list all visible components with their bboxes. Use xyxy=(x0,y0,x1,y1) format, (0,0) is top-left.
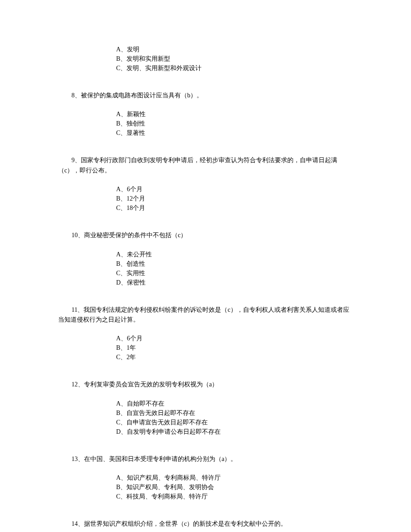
option-c: C、发明、实用新型和外观设计 xyxy=(116,63,353,73)
option-b: B、知识产权局、专利局、发明协会 xyxy=(116,482,353,492)
question-12-options: A、自始即不存在 B、自宣告无效日起即不存在 C、自申请宣告无效日起即不存在 D… xyxy=(116,399,353,436)
option-d: D、保密性 xyxy=(116,278,353,287)
option-b: B、12个月 xyxy=(116,194,353,203)
question-11: 11、我国专利法规定的专利侵权纠纷案件的诉讼时效是（c），自专利权人或者利害关系… xyxy=(58,305,353,325)
option-b: B、独创性 xyxy=(116,119,353,128)
option-a: A、发明 xyxy=(116,45,353,54)
option-a: A、6个月 xyxy=(116,184,353,194)
question-8-options: A、新颖性 B、独创性 C、显著性 xyxy=(116,109,353,138)
question-11-options: A、6个月 B、1年 C、2年 xyxy=(116,334,353,362)
option-a: A、6个月 xyxy=(116,334,353,343)
question-13: 13、在中国、美国和日本受理专利申请的机构分别为（a）。 xyxy=(71,454,353,464)
option-c: C、2年 xyxy=(116,352,353,362)
question-10: 10、商业秘密受保护的条件中不包括（c） xyxy=(71,230,353,240)
option-b: B、自宣告无效日起即不存在 xyxy=(116,408,353,418)
question-9: 9、国家专利行政部门自收到发明专利申请后，经初步审查认为符合专利法要求的，自申请… xyxy=(58,155,353,176)
option-c: C、18个月 xyxy=(116,203,353,213)
question-10-options: A、未公开性 B、创造性 C、实用性 D、保密性 xyxy=(116,250,353,287)
question-7-options: A、发明 B、发明和实用新型 C、发明、实用新型和外观设计 xyxy=(116,45,353,73)
question-13-options: A、知识产权局、专利商标局、特许厅 B、知识产权局、专利局、发明协会 C、科技局… xyxy=(116,473,353,501)
option-c: C、显著性 xyxy=(116,128,353,138)
option-b: B、发明和实用新型 xyxy=(116,54,353,63)
question-12: 12、专利复审委员会宣告无效的发明专利权视为（a） xyxy=(71,380,353,390)
option-c: C、实用性 xyxy=(116,268,353,278)
option-a: A、自始即不存在 xyxy=(116,399,353,408)
option-b: B、1年 xyxy=(116,343,353,352)
option-c: C、自申请宣告无效日起即不存在 xyxy=(116,418,353,427)
option-b: B、创造性 xyxy=(116,259,353,268)
question-14: 14、据世界知识产权组织介绍，全世界（c）的新技术是在专利文献中公开的。 xyxy=(71,519,353,529)
question-8: 8、被保护的集成电路布图设计应当具有（b）。 xyxy=(71,91,353,101)
option-a: A、未公开性 xyxy=(116,250,353,259)
option-c: C、科技局、专利商标局、特许厅 xyxy=(116,492,353,501)
option-a: A、知识产权局、专利商标局、特许厅 xyxy=(116,473,353,482)
option-a: A、新颖性 xyxy=(116,109,353,119)
question-9-options: A、6个月 B、12个月 C、18个月 xyxy=(116,184,353,213)
option-d: D、自发明专利申请公布日起即不存在 xyxy=(116,427,353,436)
